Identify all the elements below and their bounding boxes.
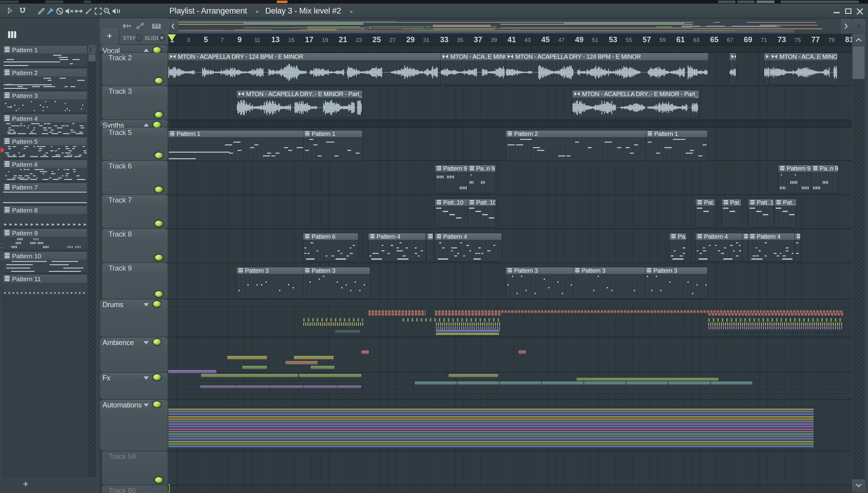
clip-header[interactable]: Pattern 9	[435, 165, 468, 172]
audio-clip[interactable]	[764, 53, 770, 84]
pattern-clip[interactable]: Pa..n 9	[468, 165, 496, 193]
scrollbar-track[interactable]	[852, 46, 865, 479]
arrangement-minimap[interactable]	[178, 19, 840, 33]
pattern-item-header[interactable]: Pattern 5	[3, 137, 87, 145]
clip-header[interactable]	[764, 53, 770, 60]
pattern-clip[interactable]: Pattern 1	[168, 130, 303, 160]
track-group-plate[interactable]: Automations	[100, 400, 168, 451]
clip-header[interactable]: Pattern 1	[168, 130, 303, 137]
track-mute-led[interactable]	[155, 255, 163, 261]
clip-header[interactable]: Pat..0	[722, 199, 741, 206]
track-group-plate[interactable]: Synths	[100, 120, 168, 127]
picker-icon[interactable]	[7, 29, 18, 40]
pattern-clip[interactable]	[427, 233, 433, 261]
audio-clip[interactable]	[729, 53, 736, 84]
tool-play-cursor-button[interactable]	[5, 6, 15, 16]
clip-header[interactable]: Pattern 4	[435, 233, 501, 240]
clip-header[interactable]: Patt..10	[435, 199, 468, 206]
group-collapse-arrow-down[interactable]	[144, 341, 149, 344]
clip-header[interactable]: MTON - ACAPELLA DRY - 124 BPM - E MINOR	[168, 53, 441, 60]
clip-header[interactable]: Pattern 4	[368, 233, 426, 240]
vertical-scrollbar[interactable]	[852, 18, 868, 493]
pattern-clip[interactable]: Pa..n 9	[811, 165, 839, 193]
group-collapse-arrow-up[interactable]	[144, 123, 149, 127]
tool-slip-button[interactable]	[73, 6, 84, 16]
pattern-clip[interactable]: Pattern 4	[435, 233, 501, 261]
clip-header[interactable]: Pattern 3	[506, 267, 573, 274]
pattern-clip[interactable]: Patt..10	[468, 199, 496, 227]
pattern-clip[interactable]: Pattern 3	[506, 267, 573, 298]
tool-mute-button[interactable]	[64, 6, 74, 16]
pattern-clip[interactable]: Pattern 2	[506, 130, 646, 160]
pattern-list-item[interactable]: Pattern 5	[3, 137, 87, 159]
maximize-button[interactable]	[843, 5, 853, 16]
pattern-list-item[interactable]: Pattern 9	[3, 229, 87, 251]
pattern-item-header[interactable]: Pattern 3	[3, 92, 87, 100]
scrollbar-top-button[interactable]	[88, 45, 95, 53]
track-plate[interactable]: Track 3...	[102, 86, 168, 120]
clip-header[interactable]: MTON - ACA..E MINOR	[770, 53, 837, 60]
audio-clip[interactable]: MTON - ACA..E MINOR	[770, 53, 837, 84]
clip-header[interactable]	[729, 53, 736, 60]
pattern-clip[interactable]: Pattern 9	[778, 165, 811, 193]
playhead-marker[interactable]	[168, 34, 176, 41]
track-mute-led[interactable]	[155, 291, 163, 297]
track-mute-led[interactable]	[153, 339, 161, 345]
track-mute-led[interactable]	[155, 187, 163, 193]
clip-header[interactable]: Pa..n 9	[468, 165, 496, 172]
track-plate[interactable]: Track 59...	[102, 451, 168, 485]
clip-header[interactable]: Pattern 1	[646, 130, 707, 137]
pattern-list-item[interactable]: Pattern 2	[3, 69, 87, 91]
tool-zoom-button[interactable]	[102, 6, 112, 16]
scroll-down-button[interactable]	[852, 480, 865, 491]
clip-header[interactable]: Pattern 4	[748, 233, 795, 240]
pattern-item-header[interactable]: Pattern 10	[3, 252, 87, 260]
add-track-tab[interactable]: +	[100, 27, 120, 45]
clip-header[interactable]: Pattern 3	[645, 267, 707, 274]
tool-paint-button[interactable]	[45, 6, 56, 16]
minimap-scroll-left-button[interactable]	[168, 19, 178, 33]
group-collapse-arrow-down[interactable]	[144, 377, 149, 380]
pattern-clip[interactable]: Pattern 3	[303, 267, 370, 298]
clip-header[interactable]: Pattern 9	[778, 165, 811, 172]
clip-header[interactable]: Pattern 3	[237, 267, 303, 274]
minimize-button[interactable]	[832, 5, 842, 16]
scrollbar-thumb[interactable]	[853, 46, 865, 79]
pattern-list-item[interactable]: Pattern 7	[3, 183, 87, 205]
clip-header[interactable]	[427, 233, 433, 240]
clip-header[interactable]: MTON - ACAPELLA DRY..- E MINOR - Part_1	[237, 90, 362, 98]
track-group-plate[interactable]: Vocal	[100, 45, 168, 52]
pattern-item-header[interactable]: Pattern 2	[3, 69, 87, 77]
pattern-clip[interactable]: Pattern 4	[368, 233, 426, 261]
pattern-item-header[interactable]: Pattern 6	[3, 160, 87, 168]
pattern-item-header[interactable]: Pattern 11	[3, 275, 87, 283]
clip-header[interactable]: MTON - ACAPELLA DRY..- E MINOR - Part_1	[572, 90, 699, 98]
pattern-clip[interactable]: Pattern 3	[573, 267, 645, 298]
group-collapse-arrow-up[interactable]	[144, 48, 149, 52]
clip-header[interactable]	[742, 233, 748, 240]
clip-header[interactable]: Pa..n 9	[811, 165, 839, 172]
pattern-list-item[interactable]: Pattern 4	[3, 114, 87, 136]
pattern-item-header[interactable]: Pattern 4	[3, 114, 87, 122]
pattern-clip[interactable]: Pat..10	[775, 199, 796, 227]
clip-header[interactable]: Pattern 3	[303, 267, 370, 274]
pattern-clip[interactable]: Patt..10	[748, 199, 774, 227]
clip-header[interactable]: MTON - ACA..E MINOR	[441, 53, 506, 60]
pattern-clip[interactable]	[795, 233, 800, 261]
tool-slice-button[interactable]	[84, 6, 94, 16]
track-plate[interactable]: Track 9...	[102, 263, 168, 299]
pattern-clip[interactable]: Pattern 1	[646, 130, 707, 160]
clip-header[interactable]: Pattern 3	[573, 267, 645, 274]
slide-radio[interactable]	[158, 34, 165, 41]
timeline-ruler[interactable]: 1357911131517192123252729313335373941434…	[168, 34, 852, 45]
tool-playback-button[interactable]	[111, 6, 121, 16]
pattern-clip[interactable]: Pat..0	[696, 199, 715, 227]
track-mute-led[interactable]	[153, 122, 161, 128]
group-collapse-arrow-down[interactable]	[144, 404, 149, 407]
track-plate[interactable]: Track 60	[102, 486, 168, 493]
group-collapse-arrow-down[interactable]	[144, 303, 149, 306]
track-group-plate[interactable]: Ambience	[100, 338, 168, 372]
track-plate[interactable]: Track 6...	[102, 161, 168, 194]
audio-clip[interactable]: MTON - ACAPELLA DRY - 124 BPM - E MINOR	[168, 53, 441, 84]
audio-clip[interactable]: MTON - ACAPELLA DRY..- E MINOR - Part_1	[237, 90, 362, 117]
